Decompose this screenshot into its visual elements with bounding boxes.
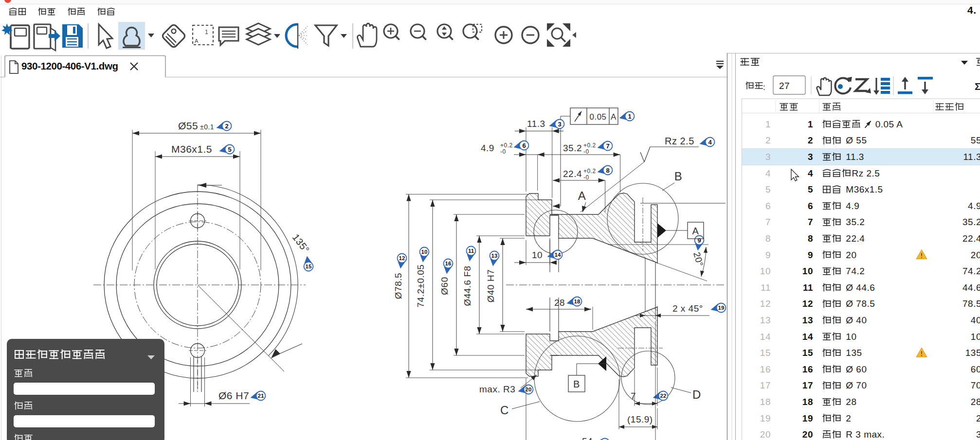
svg-text:7: 7	[631, 391, 636, 401]
svg-text:27: 27	[779, 81, 790, 91]
svg-text:10: 10	[760, 266, 771, 276]
svg-text:Σ: Σ	[975, 81, 980, 92]
svg-text:14: 14	[760, 332, 771, 342]
svg-text:4.9: 4.9	[846, 201, 859, 211]
svg-text:14: 14	[555, 252, 561, 258]
svg-text:3: 3	[765, 152, 771, 162]
svg-text:4: 4	[708, 139, 712, 146]
svg-text:18: 18	[802, 397, 813, 407]
svg-text:A: A	[692, 226, 699, 236]
svg-text:0.05 A: 0.05 A	[875, 119, 903, 129]
svg-text:8: 8	[606, 167, 609, 174]
svg-text:Ø40 H7: Ø40 H7	[486, 269, 496, 302]
svg-text:C: C	[500, 404, 509, 417]
svg-text:22: 22	[660, 393, 667, 399]
svg-text:Ø 60: Ø 60	[846, 364, 867, 374]
svg-text:12: 12	[802, 299, 813, 309]
svg-text:4: 4	[808, 168, 813, 178]
svg-text:35.2: 35.2	[962, 217, 980, 227]
svg-text:70: 70	[971, 380, 980, 390]
svg-text:17: 17	[760, 380, 771, 390]
svg-text:M36x1.5: M36x1.5	[171, 143, 212, 155]
svg-text:20: 20	[971, 250, 980, 260]
svg-text:Ø 55: Ø 55	[846, 135, 867, 145]
svg-text:+0.2: +0.2	[583, 142, 596, 149]
svg-text:18: 18	[760, 397, 771, 407]
svg-text:Ø78.5: Ø78.5	[393, 273, 403, 299]
svg-text:2: 2	[765, 135, 771, 145]
svg-text:R 3 max.: R 3 max.	[846, 429, 885, 440]
svg-text:135: 135	[965, 348, 980, 358]
svg-text:55: 55	[971, 135, 980, 145]
svg-text:2: 2	[976, 413, 980, 423]
svg-text:M36x1.5: M36x1.5	[846, 184, 883, 194]
svg-text:1: 1	[808, 119, 813, 129]
svg-text:Ø 44.6: Ø 44.6	[846, 282, 875, 293]
svg-text:28: 28	[846, 397, 856, 407]
svg-text:9: 9	[808, 250, 813, 260]
svg-text:74.2±0.05: 74.2±0.05	[416, 264, 426, 308]
svg-text:Ø 78.5: Ø 78.5	[846, 299, 875, 309]
svg-text:15: 15	[306, 264, 312, 269]
svg-text:78.5: 78.5	[962, 299, 980, 309]
svg-text:16: 16	[445, 261, 452, 266]
svg-text:5: 5	[765, 184, 771, 194]
svg-text:135: 135	[846, 348, 862, 358]
svg-text:16: 16	[802, 364, 813, 374]
svg-text:5: 5	[808, 184, 813, 194]
svg-text:14: 14	[802, 332, 813, 342]
svg-text:11.3: 11.3	[846, 152, 864, 162]
svg-text:11: 11	[803, 282, 813, 293]
svg-text:22.4: 22.4	[962, 233, 980, 244]
svg-text:15: 15	[802, 348, 813, 358]
svg-text:10: 10	[421, 249, 428, 255]
svg-text:2 x 45°: 2 x 45°	[672, 303, 703, 314]
svg-text:A: A	[195, 38, 199, 44]
svg-text:3: 3	[808, 152, 813, 162]
svg-text:20: 20	[760, 429, 771, 440]
svg-text:1: 1	[628, 113, 631, 120]
svg-text:2: 2	[846, 413, 851, 423]
svg-text:35.2: 35.2	[563, 143, 582, 153]
svg-text:74.2: 74.2	[846, 266, 865, 276]
svg-text:Rz 2.5: Rz 2.5	[852, 168, 880, 178]
svg-text:60: 60	[971, 364, 980, 374]
svg-text:4.: 4.	[967, 4, 977, 16]
svg-text::: :	[763, 83, 765, 92]
svg-text:7: 7	[765, 217, 771, 227]
svg-text:10: 10	[532, 250, 543, 260]
svg-text:B: B	[674, 170, 683, 183]
svg-text:3: 3	[976, 429, 980, 440]
svg-text:4.9: 4.9	[968, 201, 980, 211]
svg-text:Ø55: Ø55	[178, 120, 198, 131]
svg-text:44.6: 44.6	[962, 282, 980, 293]
svg-text:-0: -0	[583, 174, 589, 181]
svg-text:19: 19	[760, 413, 771, 423]
svg-text:+0.2: +0.2	[500, 142, 513, 149]
svg-text:1: 1	[205, 29, 208, 35]
svg-text:11: 11	[761, 282, 771, 293]
svg-text:54: 54	[582, 436, 593, 440]
svg-text:1: 1	[765, 119, 771, 129]
svg-text:35.2: 35.2	[846, 217, 865, 227]
svg-text:20: 20	[802, 429, 813, 440]
svg-text:+0.2: +0.2	[583, 168, 596, 175]
svg-text:-0: -0	[500, 148, 506, 155]
svg-text:8: 8	[765, 233, 771, 244]
svg-text:20: 20	[846, 250, 856, 260]
svg-text:-0: -0	[583, 148, 589, 155]
svg-text:13: 13	[760, 315, 771, 325]
svg-text:10: 10	[846, 332, 856, 342]
svg-text:11.3: 11.3	[963, 152, 980, 162]
svg-text:18: 18	[574, 299, 581, 304]
svg-text:8: 8	[808, 233, 813, 244]
svg-text:5: 5	[228, 146, 231, 153]
svg-text:11: 11	[468, 248, 474, 254]
svg-text:16: 16	[760, 364, 771, 374]
svg-text:B: B	[573, 379, 580, 389]
svg-text:28: 28	[554, 298, 565, 308]
svg-text:930-1200-406-V1.dwg: 930-1200-406-V1.dwg	[21, 60, 118, 71]
svg-text:Ø 40: Ø 40	[846, 315, 867, 325]
svg-text:6: 6	[808, 201, 813, 211]
svg-text:D: D	[692, 388, 701, 401]
